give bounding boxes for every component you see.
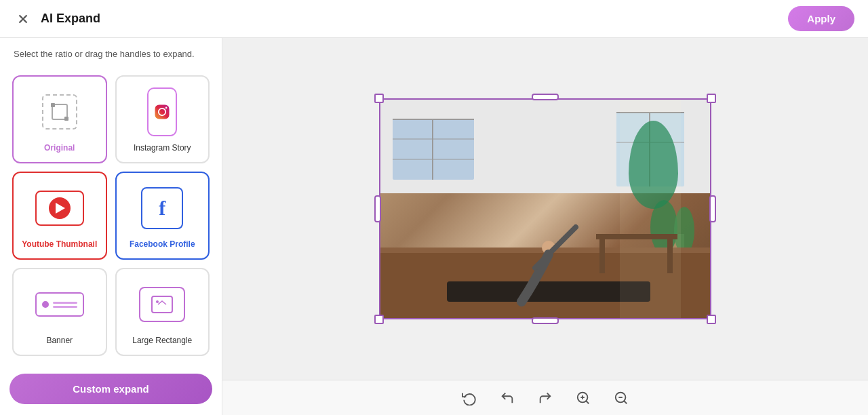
ratio-card-original[interactable]: Original bbox=[12, 75, 107, 163]
large-rect-svg bbox=[151, 296, 173, 313]
main-layout: Select the ratio or drag the handles to … bbox=[0, 38, 868, 415]
sidebar: Select the ratio or drag the handles to … bbox=[0, 38, 222, 415]
sidebar-hint: Select the ratio or drag the handles to … bbox=[0, 38, 222, 66]
rotate-ccw-icon bbox=[462, 391, 477, 406]
svg-rect-10 bbox=[432, 119, 433, 180]
ratio-icon-instagram bbox=[138, 87, 186, 136]
image-container[interactable] bbox=[379, 98, 711, 319]
svg-rect-24 bbox=[620, 98, 681, 319]
corner-tl bbox=[51, 103, 55, 107]
svg-rect-25 bbox=[596, 234, 677, 239]
youtube-icon bbox=[35, 191, 84, 226]
handle-mid-right[interactable] bbox=[709, 195, 716, 222]
handle-mid-top[interactable] bbox=[532, 94, 559, 100]
zoom-in-button[interactable] bbox=[571, 386, 595, 410]
header-left: AI Expand bbox=[14, 9, 100, 28]
canvas-area bbox=[222, 38, 868, 415]
original-inner-icon bbox=[52, 104, 68, 120]
instagram-svg bbox=[153, 102, 172, 121]
ratio-icon-large-rect bbox=[138, 280, 186, 329]
handle-corner-bottom-right[interactable] bbox=[707, 315, 716, 324]
yoga-scene-svg bbox=[379, 98, 711, 319]
ratio-card-instagram[interactable]: Instagram Story bbox=[115, 75, 210, 163]
youtube-triangle bbox=[56, 203, 65, 214]
svg-rect-27 bbox=[667, 239, 673, 273]
banner-line-1 bbox=[53, 302, 77, 304]
instagram-label: Instagram Story bbox=[134, 143, 191, 153]
header: AI Expand Apply bbox=[0, 0, 868, 38]
ratio-card-large-rectangle[interactable]: Large Rectangle bbox=[115, 268, 210, 356]
svg-rect-5 bbox=[152, 296, 172, 313]
apply-button[interactable]: Apply bbox=[788, 6, 854, 31]
handle-corner-top-right[interactable] bbox=[707, 94, 716, 103]
ratio-grid: Original bbox=[0, 66, 222, 365]
undo-button[interactable] bbox=[495, 386, 519, 410]
zoom-in-icon bbox=[576, 391, 591, 406]
youtube-label: Youtube Thumbnail bbox=[22, 239, 97, 249]
page-title: AI Expand bbox=[41, 12, 100, 26]
large-rect-inner bbox=[151, 296, 173, 313]
handle-mid-left[interactable] bbox=[374, 195, 381, 222]
canvas-main bbox=[222, 38, 868, 380]
banner-label: Banner bbox=[46, 336, 73, 345]
svg-line-33 bbox=[624, 401, 627, 403]
handle-mid-bottom[interactable] bbox=[532, 317, 559, 324]
svg-line-29 bbox=[586, 401, 589, 403]
undo-icon bbox=[500, 391, 515, 406]
banner-lines-icon bbox=[53, 302, 77, 308]
handle-corner-bottom-left[interactable] bbox=[374, 315, 384, 324]
ratio-icon-original bbox=[35, 87, 84, 136]
yoga-image bbox=[379, 98, 711, 319]
large-rectangle-label: Large Rectangle bbox=[132, 336, 192, 345]
banner-line-2 bbox=[53, 306, 77, 308]
svg-point-6 bbox=[156, 300, 159, 303]
corner-br bbox=[64, 117, 68, 121]
close-button[interactable] bbox=[14, 9, 33, 28]
custom-expand-button[interactable]: Custom expand bbox=[9, 374, 212, 404]
canvas-toolbar bbox=[222, 380, 868, 415]
youtube-play-icon bbox=[49, 197, 71, 219]
svg-rect-26 bbox=[599, 239, 605, 273]
instagram-icon bbox=[147, 87, 177, 136]
rotate-ccw-button[interactable] bbox=[457, 386, 481, 410]
redo-button[interactable] bbox=[533, 386, 557, 410]
ratio-card-facebook[interactable]: f Facebook Profile bbox=[115, 172, 210, 260]
large-rectangle-icon bbox=[139, 287, 185, 322]
svg-point-4 bbox=[165, 107, 167, 109]
original-label: Original bbox=[44, 143, 75, 153]
redo-icon bbox=[538, 391, 553, 406]
zoom-out-button[interactable] bbox=[609, 386, 633, 410]
svg-rect-15 bbox=[649, 112, 650, 186]
facebook-label: Facebook Profile bbox=[130, 239, 195, 249]
handle-corner-top-left[interactable] bbox=[374, 94, 384, 103]
facebook-icon: f bbox=[141, 187, 183, 229]
svg-rect-2 bbox=[155, 105, 170, 119]
ratio-icon-facebook: f bbox=[138, 184, 186, 233]
ratio-icon-youtube bbox=[35, 184, 84, 233]
ratio-card-banner[interactable]: Banner bbox=[12, 268, 107, 356]
banner-dot-icon bbox=[42, 301, 49, 308]
original-icon bbox=[42, 94, 77, 130]
zoom-out-icon bbox=[614, 391, 629, 406]
ratio-icon-banner bbox=[35, 280, 84, 329]
banner-icon bbox=[35, 292, 84, 317]
ratio-card-youtube[interactable]: Youtube Thumbnail bbox=[12, 172, 107, 260]
